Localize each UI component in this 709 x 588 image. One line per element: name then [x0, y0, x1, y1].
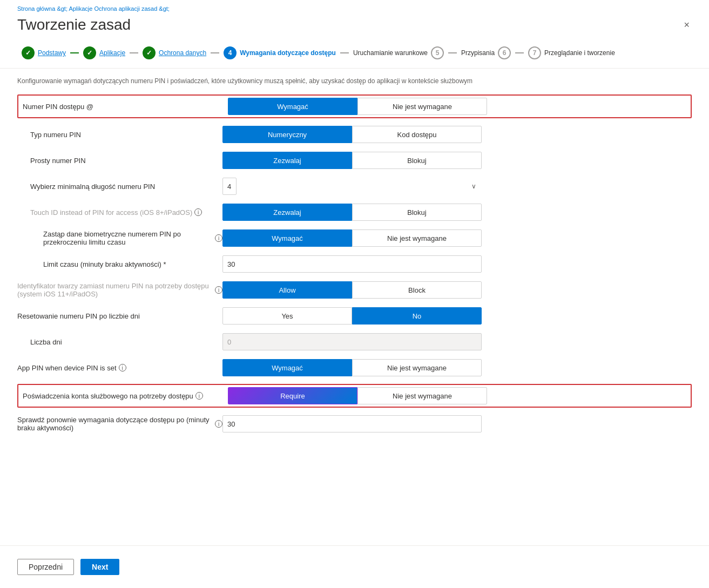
label-prosty-pin: Prosty numer PIN — [17, 157, 222, 165]
label-id-twarzy: Identyfikator twarzy zamiast numeru PIN … — [17, 282, 222, 298]
toggle-allow-id[interactable]: Allow — [222, 281, 352, 299]
close-button[interactable]: × — [681, 17, 692, 33]
select-dlugosc[interactable]: 4 6 8 — [222, 178, 237, 195]
step-circle-podstawy: ✓ — [22, 46, 35, 59]
label-biometryczne: Zastąp dane biometryczne numerem PIN po … — [17, 230, 222, 246]
label-typ-pin: Typ numeru PIN — [17, 131, 222, 139]
input-sprawdz[interactable] — [222, 415, 482, 432]
step-sep-3 — [211, 52, 219, 53]
row-app-pin: App PIN when device PIN is set i Wymagać… — [17, 358, 692, 377]
step-sep-2 — [130, 52, 138, 53]
row-poswiadczenia: Poświadczenia konta służbowego na potrze… — [17, 384, 692, 408]
step-podstawy[interactable]: ✓ Podstawy — [17, 46, 70, 59]
label-limit-czasu: Limit czasu (minuty braku aktywności) * — [17, 260, 222, 268]
label-touch-id: Touch ID instead of PIN for access (iOS … — [17, 208, 222, 217]
info-id-twarzy[interactable]: i — [215, 286, 222, 294]
label-numer-pin: Numer PIN dostępu @ — [23, 103, 228, 111]
step-circle-przypisania: 6 — [498, 46, 511, 59]
toggle-wymagac-app[interactable]: Wymagać — [222, 359, 352, 376]
previous-button[interactable]: Poprzedni — [17, 559, 74, 575]
info-sprawdz[interactable]: i — [215, 420, 222, 428]
select-wrapper-dlugosc[interactable]: 4 6 8 — [222, 178, 482, 195]
toggle-numer-pin[interactable]: Wymagać Nie jest wymagane — [228, 98, 487, 115]
toggle-blokuj-prosty[interactable]: Blokuj — [352, 152, 482, 169]
toggle-poswiadczenia[interactable]: Require Nie jest wymagane — [228, 387, 487, 404]
label-sprawdz: Sprawdź ponownie wymagania dotyczące dos… — [17, 416, 222, 432]
row-numer-pin: Numer PIN dostępu @ Wymagać Nie jest wym… — [17, 94, 692, 118]
footer: Poprzedni Next — [0, 545, 709, 588]
breadcrumb: Strona główna &gt; Aplikacje Ochrona apl… — [0, 0, 709, 12]
input-liczba-dni[interactable] — [222, 333, 482, 350]
input-limit-czasu[interactable] — [222, 255, 482, 273]
toggle-nie-wymagane-bio[interactable]: Nie jest wymagane — [352, 229, 482, 247]
step-przeglad[interactable]: 7 Przeglądanie i tworzenie — [524, 46, 619, 59]
step-circle-aplikacje: ✓ — [83, 46, 96, 59]
step-label-uruchamianie[interactable]: Uruchamianie warunkowe — [353, 49, 428, 57]
toggle-wymagac[interactable]: Wymagać — [228, 98, 357, 115]
info-poswiadczenia[interactable]: i — [195, 392, 203, 400]
label-app-pin: App PIN when device PIN is set i — [17, 364, 222, 372]
row-min-dlugosc: Wybierz minimalną długość numeru PIN 4 6… — [17, 177, 692, 196]
toggle-no-reset[interactable]: No — [352, 307, 482, 325]
row-biometryczne: Zastąp dane biometryczne numerem PIN po … — [17, 228, 692, 248]
label-min-dlugosc: Wybierz minimalną długość numeru PIN — [17, 183, 222, 191]
toggle-yes-reset[interactable]: Yes — [222, 307, 352, 325]
page-title: Tworzenie zasad — [17, 16, 131, 33]
row-typ-pin: Typ numeru PIN Numeryczny Kod dostępu — [17, 125, 692, 144]
label-poswiadczenia: Poświadczenia konta służbowego na potrze… — [23, 392, 228, 400]
row-limit-czasu: Limit czasu (minuty braku aktywności) * — [17, 254, 692, 274]
toggle-app-pin[interactable]: Wymagać Nie jest wymagane — [222, 359, 482, 376]
toggle-id-twarzy[interactable]: Allow Block — [222, 281, 482, 299]
next-button[interactable]: Next — [80, 559, 119, 575]
toggle-wymagac-bio[interactable]: Wymagać — [222, 229, 352, 247]
toggle-biometryczne[interactable]: Wymagać Nie jest wymagane — [222, 229, 482, 247]
wizard-steps: ✓ Podstawy ✓ Aplikacje ✓ Ochrona danych … — [0, 33, 709, 69]
toggle-kod-dostepu[interactable]: Kod dostępu — [352, 126, 482, 143]
toggle-require-posw[interactable]: Require — [228, 387, 357, 404]
step-circle-ochrona: ✓ — [143, 46, 156, 59]
toggle-numeryczny[interactable]: Numeryczny — [222, 126, 352, 143]
info-app-pin[interactable]: i — [119, 364, 126, 371]
section-description: Konfigurowanie wymagań dotyczących numer… — [17, 77, 503, 85]
step-przypisania[interactable]: Przypisania 6 — [457, 46, 515, 59]
step-wymagania[interactable]: 4 Wymagania dotyczące dostępu — [219, 46, 340, 59]
step-label-podstawy[interactable]: Podstawy — [38, 49, 66, 57]
info-touch-id[interactable]: i — [194, 208, 202, 216]
step-label-wymagania[interactable]: Wymagania dotyczące dostępu — [240, 49, 336, 57]
step-label-przypisania[interactable]: Przypisania — [461, 49, 495, 57]
row-sprawdz: Sprawdź ponownie wymagania dotyczące dos… — [17, 414, 692, 434]
row-id-twarzy: Identyfikator twarzy zamiast numeru PIN … — [17, 280, 692, 300]
step-sep-5 — [448, 52, 457, 53]
step-label-przeglad[interactable]: Przeglądanie i tworzenie — [544, 49, 615, 57]
toggle-reset-pin[interactable]: Yes No — [222, 307, 482, 325]
row-touch-id: Touch ID instead of PIN for access (iOS … — [17, 202, 692, 222]
step-sep-1 — [70, 52, 79, 53]
row-reset-pin: Resetowanie numeru PIN po liczbie dni Ye… — [17, 306, 692, 326]
toggle-zezwalaj-touch[interactable]: Zezwalaj — [222, 204, 352, 221]
toggle-nie-wymagane[interactable]: Nie jest wymagane — [357, 98, 487, 115]
toggle-typ-pin[interactable]: Numeryczny Kod dostępu — [222, 126, 482, 143]
toggle-block-id[interactable]: Block — [352, 281, 482, 299]
step-ochrona[interactable]: ✓ Ochrona danych — [138, 46, 211, 59]
step-circle-uruchamianie: 5 — [431, 46, 444, 59]
step-label-aplikacje[interactable]: Aplikacje — [99, 49, 125, 57]
toggle-touch-id[interactable]: Zezwalaj Blokuj — [222, 204, 482, 221]
label-reset-pin: Resetowanie numeru PIN po liczbie dni — [17, 312, 222, 320]
toggle-prosty-pin[interactable]: Zezwalaj Blokuj — [222, 152, 482, 169]
step-circle-przeglad: 7 — [528, 46, 541, 59]
step-uruchamianie[interactable]: Uruchamianie warunkowe 5 — [349, 46, 448, 59]
step-circle-wymagania: 4 — [224, 46, 237, 59]
toggle-nie-wymagane-app[interactable]: Nie jest wymagane — [352, 359, 482, 376]
toggle-nie-wymagane-posw[interactable]: Nie jest wymagane — [357, 387, 487, 404]
step-aplikacje[interactable]: ✓ Aplikacje — [79, 46, 130, 59]
row-prosty-pin: Prosty numer PIN Zezwalaj Blokuj — [17, 151, 692, 170]
info-biometryczne[interactable]: i — [215, 234, 222, 242]
toggle-blokuj-touch[interactable]: Blokuj — [352, 204, 482, 221]
row-liczba-dni: Liczba dni — [17, 332, 692, 352]
label-liczba-dni: Liczba dni — [17, 338, 222, 346]
toggle-zezwalaj[interactable]: Zezwalaj — [222, 152, 352, 169]
step-label-ochrona[interactable]: Ochrona danych — [159, 49, 206, 57]
step-sep-4 — [340, 52, 349, 53]
step-sep-6 — [515, 52, 524, 53]
